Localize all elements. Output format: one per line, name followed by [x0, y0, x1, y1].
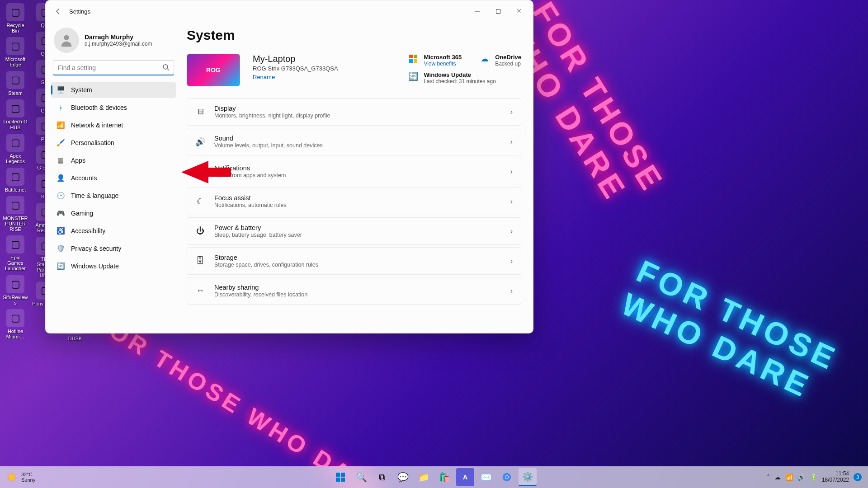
close-button[interactable]	[509, 4, 529, 19]
app-icon: ▢	[6, 134, 24, 152]
sidebar-item-personalisation[interactable]: 🖌️Personalisation	[51, 135, 176, 151]
desktop-icon-label: Microsoft Edge	[2, 56, 28, 67]
search-button[interactable]: 🔍	[352, 468, 370, 486]
nav-label: Time & language	[71, 192, 118, 199]
volume-icon[interactable]: 🔊	[797, 474, 805, 481]
chat-button[interactable]: 💬	[394, 468, 412, 486]
card-icon: 🗄	[195, 256, 205, 266]
taskview-button[interactable]: ⧉	[373, 468, 391, 486]
desktop-icon-label: MONSTER HUNTER RISE	[2, 216, 28, 232]
sidebar-item-time-language[interactable]: 🕒Time & language	[51, 188, 176, 204]
search-input[interactable]	[53, 60, 174, 75]
sidebar-item-accessibility[interactable]: ♿Accessibility	[51, 223, 176, 239]
system-hero: ROG My-Laptop ROG Strix G733QSA_G733QSA …	[187, 54, 521, 86]
minimize-button[interactable]	[467, 4, 488, 19]
status-update[interactable]: 🔄 Windows UpdateLast checked: 31 minutes…	[408, 71, 521, 84]
settings-button[interactable]: ⚙️	[519, 468, 537, 486]
sidebar-item-bluetooth-devices[interactable]: ᚼBluetooth & devices	[51, 99, 176, 116]
settings-card-nearby-sharing[interactable]: ↔Nearby sharingDiscoverability, received…	[187, 277, 521, 305]
start-button[interactable]	[331, 468, 349, 486]
sidebar-item-network-internet[interactable]: 📶Network & internet	[51, 117, 176, 133]
settings-cards: 🖥DisplayMonitors, brightness, night ligh…	[187, 98, 521, 305]
sidebar-item-windows-update[interactable]: 🔄Windows Update	[51, 258, 176, 274]
battery-icon[interactable]: 🔋	[810, 474, 817, 481]
wifi-icon[interactable]: 📶	[785, 474, 793, 481]
system-tray[interactable]: ˄ ☁ 📶 🔊 🔋	[767, 474, 817, 481]
status-m365[interactable]: Microsoft 365View benefits	[408, 54, 462, 67]
desktop-icon[interactable]: ▢Steam	[2, 70, 28, 97]
status-onedrive[interactable]: ☁ OneDriveBacked up	[480, 54, 521, 67]
chevron-right-icon: ›	[510, 287, 513, 295]
card-title: Display	[214, 105, 330, 112]
desktop-icon-label: SifuReviews	[2, 295, 28, 305]
sidebar-item-gaming[interactable]: 🎮Gaming	[51, 205, 176, 221]
maximize-button[interactable]	[488, 4, 509, 19]
app-icon: ▢	[6, 309, 24, 327]
card-icon: ↔	[195, 286, 205, 296]
nav-icon: 🖥️	[57, 86, 65, 94]
nav-icon: ▦	[57, 156, 65, 164]
desktop-icon[interactable]: ▢Logitech G HUB	[2, 99, 28, 131]
profile-name: Darragh Murphy	[85, 33, 152, 41]
nav-label: System	[71, 86, 92, 94]
search-icon	[162, 64, 170, 73]
nav-label: Network & internet	[71, 122, 123, 129]
card-title: Power & battery	[214, 224, 302, 231]
chevron-right-icon: ›	[510, 197, 513, 206]
desktop-icon[interactable]: ▢SifuReviews	[2, 274, 28, 306]
settings-card-focus-assist[interactable]: ☾Focus assistNotifications, automatic ru…	[187, 188, 521, 215]
chevron-up-icon[interactable]: ˄	[767, 474, 770, 481]
onedrive-icon: ☁	[480, 54, 490, 64]
desktop-icon[interactable]: ▢Microsoft Edge	[2, 36, 28, 68]
onedrive-tray-icon[interactable]: ☁	[774, 474, 781, 481]
svg-rect-6	[414, 55, 417, 58]
desktop-icon[interactable]: ▢Epic Games Launcher	[2, 235, 28, 272]
card-icon: 🔊	[195, 137, 205, 147]
taskbar-center: 🔍 ⧉ 💬 📁 🛍️ A ✉️ ⚙️	[331, 468, 537, 486]
settings-card-power-battery[interactable]: ⏻Power & batterySleep, battery usage, ba…	[187, 217, 521, 245]
card-desc: Storage space, drives, configuration rul…	[214, 262, 318, 268]
wallpaper-text: FOR THOSE WHO DARE	[616, 253, 847, 412]
sidebar-item-privacy-security[interactable]: 🛡️Privacy & security	[51, 240, 176, 257]
weather-widget[interactable]: ☀️ 32°C Sunny	[0, 472, 35, 483]
rename-link[interactable]: Rename	[253, 74, 275, 80]
desktop-icon[interactable]: ▢Recycle Bin	[2, 2, 28, 34]
card-icon: 🔔	[195, 167, 205, 177]
store-button[interactable]: 🛍️	[435, 468, 453, 486]
desktop-icon[interactable]: ▢Apex Legends	[2, 133, 28, 165]
chrome-button[interactable]	[498, 468, 516, 486]
taskbar-clock[interactable]: 11:54 18/07/2022	[822, 471, 849, 483]
svg-rect-7	[409, 59, 413, 63]
sidebar-item-system[interactable]: 🖥️System	[51, 82, 176, 98]
nav-icon: 🖌️	[57, 139, 65, 147]
settings-card-display[interactable]: 🖥DisplayMonitors, brightness, night ligh…	[187, 98, 521, 126]
app-icon: ▢	[6, 196, 24, 214]
settings-card-storage[interactable]: 🗄StorageStorage space, drives, configura…	[187, 247, 521, 275]
explorer-button[interactable]: 📁	[415, 468, 433, 486]
settings-card-sound[interactable]: 🔊SoundVolume levels, output, input, soun…	[187, 128, 521, 155]
nav-label: Accounts	[71, 174, 97, 182]
desktop-icon[interactable]: ▢Battle.net	[2, 167, 28, 193]
settings-window: Settings Darragh Murphy d.j.murphy2493@g…	[45, 0, 533, 333]
titlebar: Settings	[46, 0, 533, 22]
svg-rect-5	[409, 55, 413, 58]
card-title: Sound	[214, 135, 323, 142]
mail-button[interactable]: ✉️	[477, 468, 495, 486]
profile-block[interactable]: Darragh Murphy d.j.murphy2493@gmail.com	[51, 22, 176, 60]
svg-line-4	[167, 69, 169, 70]
nav-icon: 🔄	[57, 262, 65, 270]
nav-icon: 👤	[57, 174, 65, 182]
sidebar-item-accounts[interactable]: 👤Accounts	[51, 170, 176, 186]
app-button-1[interactable]: A	[456, 468, 474, 486]
svg-rect-10	[336, 473, 340, 477]
sidebar-item-apps[interactable]: ▦Apps	[51, 152, 176, 169]
back-button[interactable]	[49, 2, 67, 20]
card-desc: Alerts from apps and system	[214, 172, 286, 178]
nav-label: Windows Update	[71, 263, 119, 270]
desktop-icon[interactable]: ▢Hotline Miami…	[2, 308, 28, 340]
settings-card-notifications[interactable]: 🔔NotificationsAlerts from apps and syste…	[187, 158, 521, 185]
notification-badge[interactable]: 3	[854, 473, 862, 481]
desktop-icon-label: Epic Games Launcher	[2, 255, 28, 271]
nav-icon: ᚼ	[57, 103, 65, 112]
desktop-icon[interactable]: ▢MONSTER HUNTER RISE	[2, 195, 28, 233]
